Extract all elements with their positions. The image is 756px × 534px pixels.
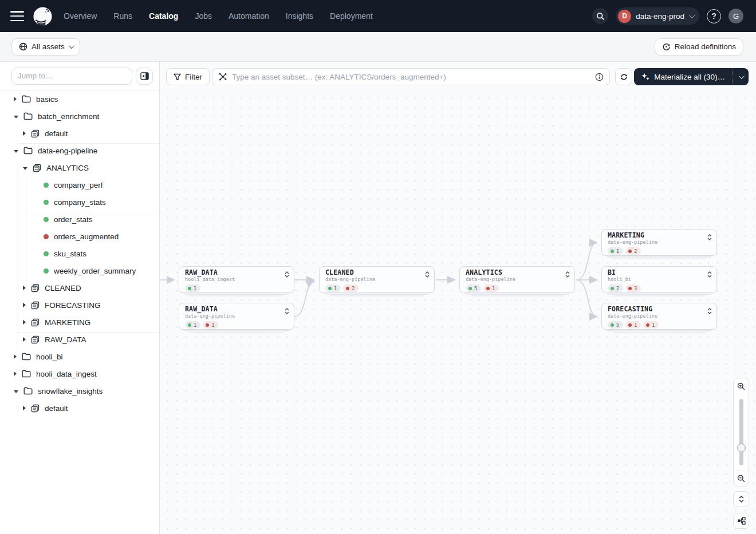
tree-group-forecasting[interactable]: FORECASTING	[0, 296, 159, 314]
asset-subset-input[interactable]	[232, 73, 590, 81]
tree-asset-order-stats[interactable]: order_stats	[0, 211, 159, 228]
tree-separator	[18, 212, 159, 212]
top-nav: Overview Runs Catalog Jobs Automation In…	[0, 0, 756, 32]
nav-item-automation[interactable]: Automation	[229, 11, 269, 21]
zoom-in-button[interactable]	[733, 378, 749, 394]
tree-folder-basics[interactable]: basics	[0, 90, 159, 108]
tree-asset-sku-stats[interactable]: sku_stats	[0, 245, 159, 262]
search-button[interactable]	[592, 8, 608, 24]
asset-status-dot	[44, 183, 49, 188]
nav-item-deployment[interactable]: Deployment	[330, 11, 373, 21]
nav-item-jobs[interactable]: Jobs	[195, 11, 212, 21]
asset-scope-dropdown[interactable]: All assets	[11, 38, 80, 56]
group-node-raw-data-ingest[interactable]: RAW_DATA hooli_data_ingest 1	[179, 266, 294, 293]
expand-group-icon[interactable]	[707, 308, 712, 314]
lineage-graph[interactable]: RAW_DATA hooli_data_ingest 1 RAW_DATA da…	[160, 90, 756, 534]
expand-group-icon[interactable]	[425, 271, 430, 278]
materialize-options-caret[interactable]	[732, 68, 749, 85]
nav-item-catalog[interactable]: Catalog	[149, 11, 178, 21]
expand-group-icon[interactable]	[707, 271, 712, 278]
zoom-slider[interactable]	[734, 394, 749, 470]
tree-asset-orders-augmented[interactable]: orders_augmented	[0, 228, 159, 245]
group-node-raw-data-pipeline[interactable]: RAW_DATA data-eng-pipeline 1 1	[179, 303, 294, 330]
caret-right-icon[interactable]	[23, 406, 26, 410]
relayout-graph-button[interactable]	[733, 513, 749, 529]
nav-item-runs[interactable]: Runs	[113, 11, 132, 21]
asset-group-icon	[31, 301, 40, 310]
caret-down-icon[interactable]	[14, 390, 18, 393]
expand-group-icon[interactable]	[285, 308, 289, 314]
tree-folder-snowflake-insights[interactable]: snowflake_insights	[0, 382, 159, 399]
tree-folder-hooli-data-ingest[interactable]: hooli_data_ingest	[0, 365, 159, 382]
caret-right-icon[interactable]	[23, 337, 26, 342]
asset-selection-icon	[218, 72, 227, 81]
filter-label: Filter	[185, 73, 202, 81]
caret-down-icon[interactable]	[23, 167, 27, 170]
caret-right-icon[interactable]	[23, 286, 26, 290]
zoom-out-button[interactable]	[733, 470, 749, 486]
indent-guide	[18, 161, 18, 349]
expand-group-icon[interactable]	[565, 271, 570, 278]
tree-folder-data-eng-pipeline[interactable]: data-eng-pipeline	[0, 142, 159, 159]
filter-button[interactable]: Filter	[166, 68, 210, 85]
expand-all-groups-button[interactable]	[733, 491, 749, 507]
chevron-down-icon	[69, 43, 74, 49]
tree-label: RAW_DATA	[45, 335, 86, 344]
tree-folder-hooli-bi[interactable]: hooli_bi	[0, 348, 159, 365]
caret-down-icon[interactable]	[14, 116, 18, 118]
expand-group-icon[interactable]	[707, 234, 712, 240]
tree-group-analytics[interactable]: ANALYTICS	[0, 159, 159, 176]
zoom-slider-track[interactable]	[739, 399, 743, 465]
jump-to-input[interactable]	[11, 68, 132, 85]
tree-label: order_stats	[54, 215, 93, 224]
nav-item-overview[interactable]: Overview	[64, 11, 97, 21]
group-node-bi[interactable]: BI hooli_bi 2 3	[601, 266, 717, 293]
tree-group-marketing[interactable]: MARKETING	[0, 314, 159, 331]
group-node-subtitle: data-eng-pipeline	[608, 239, 712, 245]
materialize-all-button[interactable]: Materialize all (30)…	[634, 68, 749, 85]
tree-asset-company-stats[interactable]: company_stats	[0, 193, 159, 211]
group-node-subtitle: data-eng-pipeline	[325, 276, 430, 282]
deployment-switcher[interactable]: D data-eng-prod	[616, 7, 699, 25]
status-badge: 5	[608, 321, 623, 329]
tree-group-default[interactable]: default	[0, 125, 159, 142]
group-node-cleaned[interactable]: CLEANED data-eng-pipeline 1 2	[319, 266, 435, 293]
asset-scope-label: All assets	[32, 42, 65, 51]
group-node-analytics[interactable]: ANALYTICS data-eng-pipeline 5 1	[459, 266, 575, 293]
group-node-forecasting[interactable]: FORECASTING data-eng-pipeline 5 1 1	[601, 303, 717, 330]
help-button[interactable]: ?	[707, 9, 721, 23]
caret-right-icon[interactable]	[14, 354, 17, 359]
collapse-sidebar-button[interactable]	[136, 68, 153, 85]
group-node-title: BI	[608, 269, 712, 276]
menu-icon[interactable]	[10, 11, 24, 21]
status-badge: 1	[185, 284, 200, 292]
asset-status-dot	[44, 234, 49, 239]
expand-group-icon[interactable]	[285, 271, 289, 278]
group-node-title: RAW_DATA	[185, 269, 289, 276]
nav-item-insights[interactable]: Insights	[286, 11, 313, 21]
tree-asset-weekly-order-summary[interactable]: weekly_order_summary	[0, 262, 159, 279]
tree-label: default	[45, 404, 68, 413]
status-badge: 1	[483, 284, 499, 292]
caret-down-icon[interactable]	[14, 150, 18, 153]
info-icon[interactable]	[595, 73, 604, 81]
tree-folder-batch-enrichment[interactable]: batch_enrichment	[0, 108, 159, 125]
group-node-subtitle: data-eng-pipeline	[466, 276, 570, 282]
user-avatar[interactable]: G	[729, 9, 743, 23]
tree-group-cleaned[interactable]: CLEANED	[0, 279, 159, 296]
tree-group-raw-data[interactable]: RAW_DATA	[0, 331, 159, 348]
zoom-slider-handle[interactable]	[737, 444, 746, 452]
tree-asset-company-perf[interactable]: company_perf	[0, 176, 159, 193]
caret-right-icon[interactable]	[23, 303, 26, 307]
caret-right-icon[interactable]	[14, 371, 17, 376]
folder-icon	[23, 387, 33, 395]
folder-icon	[22, 95, 31, 103]
caret-right-icon[interactable]	[23, 131, 26, 136]
dagster-logo-icon[interactable]	[32, 6, 53, 27]
group-node-marketing[interactable]: MARKETING data-eng-pipeline 1 2	[601, 229, 717, 256]
refresh-graph-button[interactable]	[615, 68, 632, 85]
tree-group-default-snowflake[interactable]: default	[0, 399, 159, 417]
reload-definitions-button[interactable]: Reload definitions	[655, 38, 743, 56]
caret-right-icon[interactable]	[23, 320, 26, 325]
caret-right-icon[interactable]	[14, 97, 17, 101]
